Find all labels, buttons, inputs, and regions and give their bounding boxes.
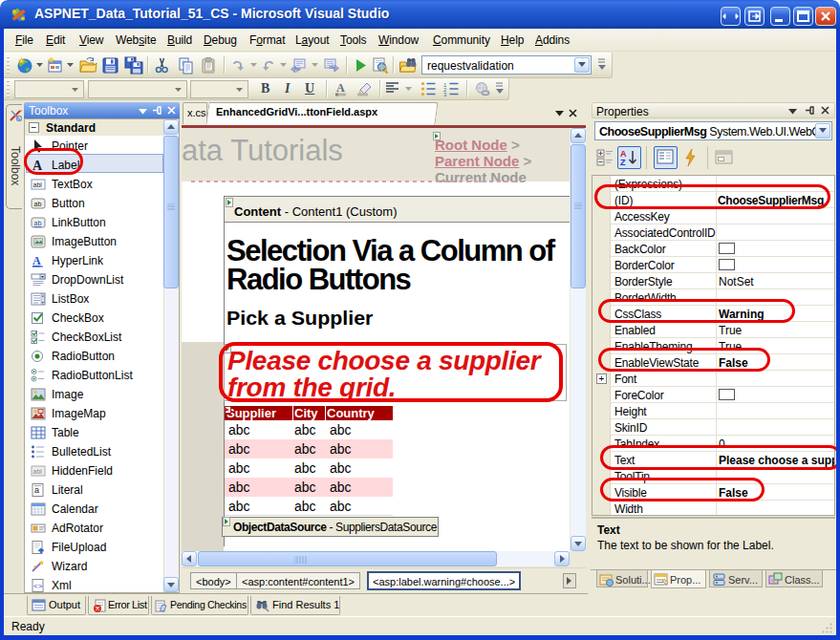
svg-text:A: A xyxy=(32,254,41,267)
svg-text:abl: abl xyxy=(33,181,43,188)
svg-text:A: A xyxy=(336,81,345,95)
svg-text:abl: abl xyxy=(33,468,43,475)
svg-text:ab: ab xyxy=(34,201,42,207)
svg-text:A: A xyxy=(32,159,43,173)
svg-text:ab: ab xyxy=(34,220,42,226)
svg-text:<>: <> xyxy=(33,582,43,590)
svg-text:3: 3 xyxy=(443,92,447,96)
svg-text:a: a xyxy=(34,485,39,495)
svg-text:Z: Z xyxy=(620,158,626,167)
